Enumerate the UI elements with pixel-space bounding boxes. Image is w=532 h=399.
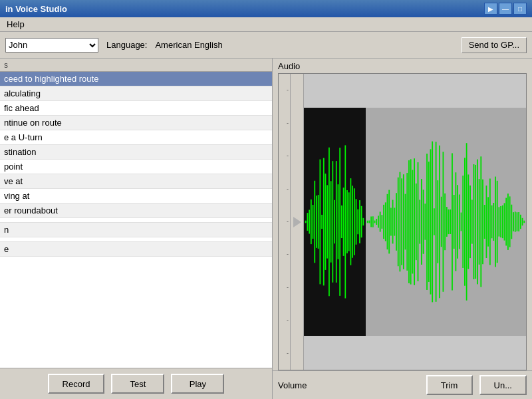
phrase-item[interactable]: e a U-turn xyxy=(0,130,272,145)
svg-rect-21 xyxy=(339,148,340,296)
svg-rect-105 xyxy=(493,203,494,241)
svg-rect-18 xyxy=(334,200,335,243)
svg-rect-20 xyxy=(338,184,339,259)
svg-rect-97 xyxy=(479,179,480,265)
svg-rect-120 xyxy=(520,215,521,229)
waveform-svg xyxy=(304,74,526,370)
svg-rect-110 xyxy=(502,205,503,238)
svg-rect-79 xyxy=(446,207,448,237)
svg-rect-28 xyxy=(352,186,353,257)
title-play-btn[interactable]: ▶ xyxy=(484,3,497,15)
ruler-tick: - xyxy=(287,317,289,323)
svg-rect-68 xyxy=(426,154,428,290)
svg-rect-39 xyxy=(374,221,376,223)
svg-rect-57 xyxy=(406,173,408,271)
left-header-label: s xyxy=(4,61,8,70)
svg-rect-84 xyxy=(455,172,456,271)
phrase-item[interactable]: e xyxy=(0,242,272,257)
svg-rect-48 xyxy=(390,207,392,235)
playhead-area[interactable] xyxy=(291,74,304,370)
svg-rect-9 xyxy=(318,195,319,249)
svg-rect-82 xyxy=(452,153,453,290)
svg-rect-7 xyxy=(314,181,315,263)
svg-rect-40 xyxy=(376,219,377,225)
volume-ruler: - - - - - - - - - xyxy=(279,74,291,370)
language-value: American English xyxy=(155,40,222,50)
menu-bar: Help xyxy=(0,17,532,32)
svg-rect-27 xyxy=(350,178,352,265)
phrase-item[interactable]: point xyxy=(0,160,272,174)
phrase-list[interactable]: ceed to highlighted routealculatingfic a… xyxy=(0,72,272,368)
svg-rect-109 xyxy=(500,206,501,237)
svg-rect-78 xyxy=(444,194,446,250)
left-buttons: Record Test Play xyxy=(0,368,272,399)
phrase-item[interactable]: ve at xyxy=(0,174,272,189)
svg-rect-90 xyxy=(466,143,467,301)
svg-rect-58 xyxy=(408,160,410,283)
right-bottom: Volume Trim Un... xyxy=(273,370,532,399)
maximize-btn[interactable]: □ xyxy=(513,3,527,15)
svg-rect-98 xyxy=(480,156,481,287)
svg-rect-17 xyxy=(332,161,333,283)
svg-rect-45 xyxy=(385,202,386,241)
phrase-item[interactable]: n xyxy=(0,223,272,237)
svg-rect-72 xyxy=(434,208,435,235)
svg-rect-8 xyxy=(316,196,317,248)
volume-text: Volume xyxy=(278,380,420,390)
svg-rect-35 xyxy=(367,221,368,223)
phrase-item[interactable] xyxy=(0,237,272,242)
trim-button[interactable]: Trim xyxy=(426,375,473,395)
send-to-gps-button[interactable]: Send to GP... xyxy=(462,37,527,53)
svg-rect-69 xyxy=(428,162,430,282)
phrase-item[interactable]: fic ahead xyxy=(0,101,272,116)
svg-rect-59 xyxy=(410,159,412,284)
svg-rect-33 xyxy=(361,206,362,237)
svg-rect-6 xyxy=(313,205,314,239)
svg-rect-14 xyxy=(327,185,328,258)
window-controls: ▶ — □ xyxy=(484,3,527,15)
svg-rect-114 xyxy=(509,196,511,247)
phrase-item[interactable]: ceed to highlighted route xyxy=(0,72,272,86)
svg-rect-54 xyxy=(401,178,402,265)
svg-rect-29 xyxy=(354,188,355,255)
svg-rect-118 xyxy=(517,212,518,231)
title-bar: in Voice Studio ▶ — □ xyxy=(0,0,532,17)
play-button[interactable]: Play xyxy=(171,374,224,394)
svg-rect-100 xyxy=(484,205,485,239)
right-panel: Audio - - - - - - - - - xyxy=(273,59,532,399)
playhead-handle[interactable] xyxy=(293,217,301,227)
waveform-canvas xyxy=(304,74,526,370)
svg-rect-47 xyxy=(388,190,390,254)
voice-select[interactable]: John xyxy=(5,38,98,53)
svg-rect-107 xyxy=(497,181,498,263)
minimize-btn[interactable]: — xyxy=(499,3,512,15)
svg-rect-22 xyxy=(341,205,342,238)
svg-rect-104 xyxy=(491,205,493,239)
svg-rect-96 xyxy=(477,160,478,285)
phrase-item[interactable] xyxy=(0,218,272,223)
svg-rect-4 xyxy=(309,209,310,233)
record-button[interactable]: Record xyxy=(48,374,105,394)
svg-rect-80 xyxy=(448,209,450,234)
svg-rect-116 xyxy=(513,212,514,231)
undo-button[interactable]: Un... xyxy=(479,375,527,395)
phrase-item[interactable]: ntinue on route xyxy=(0,116,272,130)
main-content: s ceed to highlighted routealculatingfic… xyxy=(0,59,532,399)
phrase-item[interactable]: er roundabout xyxy=(0,203,272,218)
phrase-item[interactable]: stination xyxy=(0,145,272,160)
phrase-item[interactable]: alculating xyxy=(0,86,272,101)
svg-rect-88 xyxy=(462,176,464,268)
menu-help[interactable]: Help xyxy=(3,18,29,31)
left-panel: s ceed to highlighted routealculatingfic… xyxy=(0,59,273,399)
test-button[interactable]: Test xyxy=(111,374,164,394)
svg-rect-30 xyxy=(356,199,357,245)
svg-rect-65 xyxy=(421,179,422,265)
svg-rect-15 xyxy=(329,148,330,297)
svg-rect-53 xyxy=(400,172,401,272)
phrase-item[interactable]: ving at xyxy=(0,189,272,203)
svg-rect-55 xyxy=(403,174,404,269)
svg-rect-64 xyxy=(419,200,420,243)
waveform-area: - - - - - - - - - xyxy=(278,73,527,370)
svg-rect-86 xyxy=(459,194,460,249)
svg-rect-119 xyxy=(518,212,519,231)
